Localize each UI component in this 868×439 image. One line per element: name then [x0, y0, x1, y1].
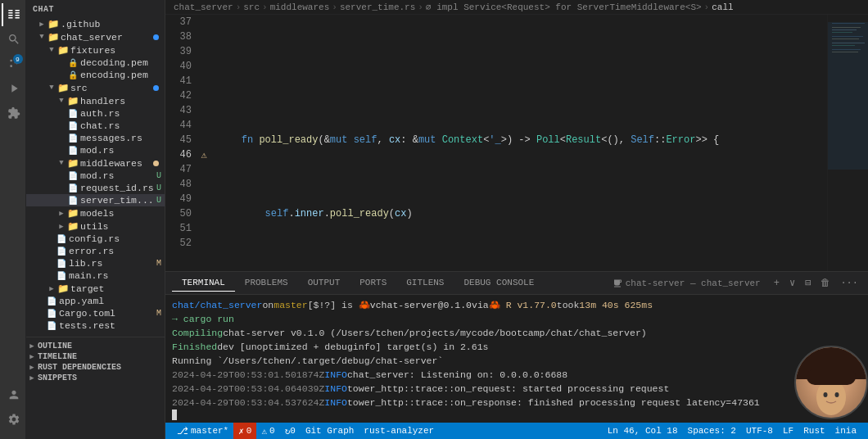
sidebar-item-request-id-rs[interactable]: 📄 request_id.rs U: [26, 182, 165, 194]
spaces-label: Spaces: 2: [688, 426, 736, 436]
activity-run[interactable]: [2, 77, 25, 100]
activity-extensions[interactable]: [2, 102, 25, 124]
tab-terminal[interactable]: TERMINAL: [172, 274, 235, 292]
terminal-cursor-line: [172, 410, 861, 420]
code-line-38: fn poll_ready (& mut self , cx : & mut C…: [218, 133, 827, 147]
terminal-line-log2: 2024-04-29T00:53:04.064039Z INFO tower_h…: [172, 382, 861, 396]
git-graph-label: Git Graph: [305, 426, 354, 436]
code-editor[interactable]: 37 38 39 40 41 42 43 44 45 46 47 48 49 5…: [165, 15, 868, 271]
source-control-badge: 9: [13, 54, 23, 64]
sidebar-section-snippets[interactable]: ▶ SNIPPETS: [26, 373, 165, 383]
terminal-body[interactable]: chat/chat_server on master [$!?] is 🦀 vc…: [165, 295, 868, 423]
sidebar-item-cargo-toml[interactable]: 📄 Cargo.toml M: [26, 307, 165, 319]
status-rust-analyzer[interactable]: rust-analyzer: [359, 423, 439, 439]
sidebar-item-tests-rest[interactable]: 📄 tests.rest: [26, 319, 165, 332]
terminal-more-btn[interactable]: ···: [837, 276, 861, 291]
eol-label: LF: [783, 426, 793, 436]
sync-count: 0: [290, 426, 296, 436]
sidebar-item-mod-rs-middlewares[interactable]: 📄 mod.rs U: [26, 170, 165, 182]
sidebar-item-decoding-pem[interactable]: 🔒 decoding.pem: [26, 57, 165, 69]
terminal-panel: TERMINAL PROBLEMS OUTPUT PORTS GITLENS D…: [165, 271, 868, 423]
tab-ports[interactable]: PORTS: [350, 274, 396, 292]
activity-search[interactable]: [2, 28, 25, 51]
status-git-graph[interactable]: Git Graph: [301, 423, 359, 439]
sidebar-item-config-rs[interactable]: 📄 config.rs: [26, 233, 165, 245]
sidebar-item-app-yaml[interactable]: 📄 app.yaml: [26, 295, 165, 307]
terminal-cursor: [172, 410, 177, 420]
sidebar-item-target[interactable]: ▶ 📁 target: [26, 282, 165, 295]
tab-debug-console[interactable]: DEBUG CONSOLE: [454, 274, 544, 292]
terminal-actions: chat-server — chat_server + ∨ ⊟ 🗑 ···: [613, 275, 861, 291]
modified-dot: [153, 85, 159, 91]
status-sync[interactable]: ↻ 0: [280, 423, 301, 439]
activity-settings[interactable]: [2, 408, 25, 431]
svg-rect-13: [807, 369, 856, 385]
cursor-position: Ln 46, Col 18: [608, 426, 678, 436]
sidebar-item-auth-rs[interactable]: 📄 auth.rs: [26, 107, 165, 120]
line-numbers: 37 38 39 40 41 42 43 44 45 46 47 48 49 5…: [165, 15, 197, 271]
status-cursor[interactable]: Ln 46, Col 18: [603, 426, 683, 436]
activity-bar: 9: [0, 0, 26, 439]
status-branch[interactable]: ⎇ master*: [172, 423, 233, 439]
sidebar-item-src[interactable]: ▼ 📁 src: [26, 81, 165, 94]
avatar-face: [796, 347, 866, 418]
sidebar-item-lib-rs[interactable]: 📄 lib.rs M: [26, 257, 165, 269]
sidebar-item-encoding-pem[interactable]: 🔒 encoding.pem: [26, 69, 165, 81]
collapse-arrow: ▶: [26, 373, 38, 382]
status-language[interactable]: Rust: [798, 426, 830, 436]
collapse-arrow: ▶: [26, 363, 38, 372]
terminal-dropdown-btn[interactable]: ∨: [786, 275, 798, 291]
status-spaces[interactable]: Spaces: 2: [683, 426, 741, 436]
activity-account[interactable]: [2, 383, 25, 406]
tab-output[interactable]: OUTPUT: [298, 274, 350, 292]
gutter: ⚠: [197, 15, 211, 271]
status-errors[interactable]: ✗ 0: [233, 423, 256, 439]
terminal-server-label: chat-server — chat_server: [613, 278, 761, 288]
terminal-add-btn[interactable]: +: [771, 276, 783, 291]
sidebar-item-chat-rs[interactable]: 📄 chat.rs: [26, 120, 165, 132]
sidebar-item-utils[interactable]: ▶ 📁 utils: [26, 220, 165, 233]
modified-dot: [153, 161, 159, 166]
sidebar-item-models[interactable]: ▶ 📁 models: [26, 206, 165, 220]
terminal-line-compiling: Compiling chat-server v0.1.0 (/Users/tch…: [172, 326, 861, 340]
modified-dot: [153, 34, 159, 40]
status-right: Ln 46, Col 18 Spaces: 2 UTF-8 LF Rust in…: [603, 426, 861, 436]
tab-problems[interactable]: PROBLEMS: [235, 274, 298, 292]
collapse-arrow: ▶: [46, 284, 57, 293]
sidebar-item-middlewares[interactable]: ▼ 📁 middlewares: [26, 156, 165, 170]
sidebar-section-timeline[interactable]: ▶ TIMELINE: [26, 351, 165, 362]
sidebar-item-messages-rs[interactable]: 📄 messages.rs: [26, 132, 165, 144]
tab-gitlens[interactable]: GITLENS: [396, 274, 454, 292]
sidebar-item-chat-server[interactable]: ▼ 📁 chat_server: [26, 30, 165, 43]
branch-icon: ⎇: [177, 425, 188, 437]
sidebar-item-handlers[interactable]: ▼ 📁 handlers: [26, 94, 165, 107]
collapse-arrow: ▶: [26, 342, 38, 351]
avatar: [794, 346, 868, 419]
activity-explorer[interactable]: [2, 3, 25, 26]
status-user[interactable]: inia: [830, 426, 861, 436]
collapse-arrow: ▼: [56, 97, 67, 105]
sidebar-item-mod-rs-handlers[interactable]: 📄 mod.rs: [26, 144, 165, 156]
sidebar-item-github[interactable]: ▶ 📁 .github: [26, 17, 165, 30]
activity-source-control[interactable]: 9: [2, 52, 25, 75]
branch-name: master*: [191, 426, 228, 436]
collapse-arrow: ▼: [46, 84, 57, 92]
terminal-split-btn[interactable]: ⊟: [802, 275, 814, 291]
collapse-arrow: ▶: [56, 222, 67, 231]
svg-rect-10: [828, 22, 868, 170]
terminal-tabs: TERMINAL PROBLEMS OUTPUT PORTS GITLENS D…: [165, 272, 868, 295]
svg-point-14: [824, 392, 828, 397]
rust-analyzer-label: rust-analyzer: [364, 426, 434, 436]
sidebar-item-server-time-rs[interactable]: 📄 server_tim... U: [26, 194, 165, 206]
status-encoding[interactable]: UTF-8: [741, 426, 778, 436]
sidebar-item-fixtures[interactable]: ▼ 📁 fixtures: [26, 43, 165, 57]
status-warnings[interactable]: ⚠ 0: [256, 423, 279, 439]
svg-point-15: [835, 392, 839, 397]
code-content[interactable]: fn poll_ready (& mut self , cx : & mut C…: [211, 15, 827, 271]
terminal-trash-btn[interactable]: 🗑: [817, 275, 834, 291]
status-eol[interactable]: LF: [778, 426, 798, 436]
sidebar-section-outline[interactable]: ▶ OUTLINE: [26, 341, 165, 351]
sidebar-item-main-rs[interactable]: 📄 main.rs: [26, 269, 165, 282]
sidebar-section-rust-deps[interactable]: ▶ RUST DEPENDENCIES: [26, 362, 165, 373]
sidebar-item-error-rs[interactable]: 📄 error.rs: [26, 245, 165, 257]
